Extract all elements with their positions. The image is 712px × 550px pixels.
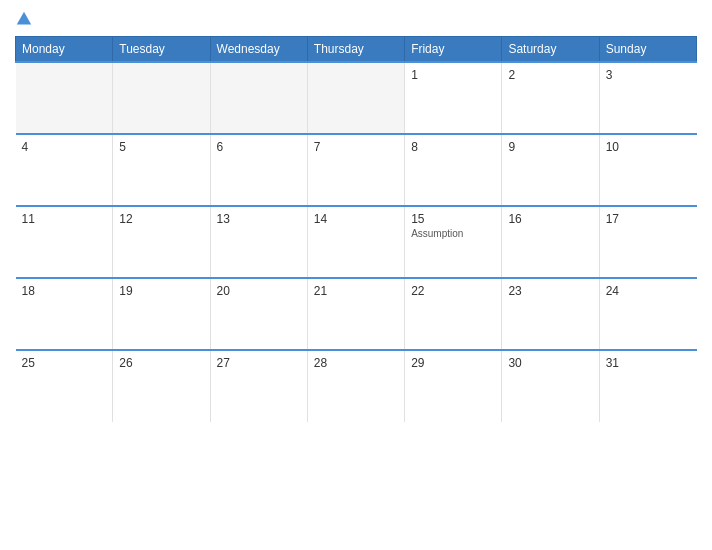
day-number: 13 (217, 212, 301, 226)
calendar-cell: 23 (502, 278, 599, 350)
calendar-cell: 17 (599, 206, 696, 278)
day-number: 23 (508, 284, 592, 298)
calendar-cell: 13 (210, 206, 307, 278)
day-number: 5 (119, 140, 203, 154)
logo (15, 10, 37, 28)
calendar-cell: 6 (210, 134, 307, 206)
calendar-cell: 5 (113, 134, 210, 206)
calendar-cell: 8 (405, 134, 502, 206)
calendar-cell: 1 (405, 62, 502, 134)
day-number: 30 (508, 356, 592, 370)
day-number: 7 (314, 140, 398, 154)
day-number: 28 (314, 356, 398, 370)
day-number: 18 (22, 284, 107, 298)
day-number: 9 (508, 140, 592, 154)
calendar-cell: 31 (599, 350, 696, 422)
calendar-cell: 22 (405, 278, 502, 350)
day-number: 29 (411, 356, 495, 370)
calendar-cell: 19 (113, 278, 210, 350)
day-number: 15 (411, 212, 495, 226)
weekday-header-monday: Monday (16, 37, 113, 63)
calendar-cell (307, 62, 404, 134)
calendar-cell: 18 (16, 278, 113, 350)
day-number: 25 (22, 356, 107, 370)
day-number: 21 (314, 284, 398, 298)
calendar-week-row: 18192021222324 (16, 278, 697, 350)
day-number: 26 (119, 356, 203, 370)
weekday-header-row: MondayTuesdayWednesdayThursdayFridaySatu… (16, 37, 697, 63)
calendar-week-row: 45678910 (16, 134, 697, 206)
weekday-header-sunday: Sunday (599, 37, 696, 63)
weekday-header-friday: Friday (405, 37, 502, 63)
weekday-header-thursday: Thursday (307, 37, 404, 63)
day-number: 14 (314, 212, 398, 226)
calendar-cell: 16 (502, 206, 599, 278)
calendar-cell: 7 (307, 134, 404, 206)
logo-icon (15, 10, 33, 28)
calendar-cell: 26 (113, 350, 210, 422)
day-number: 19 (119, 284, 203, 298)
weekday-header-saturday: Saturday (502, 37, 599, 63)
day-number: 11 (22, 212, 107, 226)
day-number: 17 (606, 212, 691, 226)
calendar-table: MondayTuesdayWednesdayThursdayFridaySatu… (15, 36, 697, 422)
header (15, 10, 697, 28)
svg-marker-1 (17, 12, 31, 25)
calendar-cell: 14 (307, 206, 404, 278)
calendar-cell: 27 (210, 350, 307, 422)
calendar-week-row: 123 (16, 62, 697, 134)
calendar-cell: 28 (307, 350, 404, 422)
calendar-cell: 20 (210, 278, 307, 350)
day-number: 3 (606, 68, 691, 82)
day-number: 8 (411, 140, 495, 154)
calendar-cell: 30 (502, 350, 599, 422)
calendar-page: MondayTuesdayWednesdayThursdayFridaySatu… (0, 0, 712, 550)
day-number: 2 (508, 68, 592, 82)
day-number: 1 (411, 68, 495, 82)
calendar-cell: 21 (307, 278, 404, 350)
calendar-cell (16, 62, 113, 134)
day-number: 10 (606, 140, 691, 154)
calendar-cell: 9 (502, 134, 599, 206)
day-number: 6 (217, 140, 301, 154)
weekday-header-wednesday: Wednesday (210, 37, 307, 63)
calendar-cell: 29 (405, 350, 502, 422)
day-number: 16 (508, 212, 592, 226)
day-number: 12 (119, 212, 203, 226)
calendar-cell: 24 (599, 278, 696, 350)
calendar-cell: 4 (16, 134, 113, 206)
calendar-cell: 2 (502, 62, 599, 134)
calendar-cell (210, 62, 307, 134)
day-number: 4 (22, 140, 107, 154)
day-number: 20 (217, 284, 301, 298)
calendar-cell: 11 (16, 206, 113, 278)
day-number: 31 (606, 356, 691, 370)
day-event: Assumption (411, 228, 495, 239)
day-number: 27 (217, 356, 301, 370)
calendar-cell (113, 62, 210, 134)
calendar-week-row: 25262728293031 (16, 350, 697, 422)
calendar-cell: 25 (16, 350, 113, 422)
calendar-cell: 15Assumption (405, 206, 502, 278)
calendar-cell: 12 (113, 206, 210, 278)
calendar-cell: 3 (599, 62, 696, 134)
weekday-header-tuesday: Tuesday (113, 37, 210, 63)
calendar-cell: 10 (599, 134, 696, 206)
day-number: 24 (606, 284, 691, 298)
day-number: 22 (411, 284, 495, 298)
calendar-week-row: 1112131415Assumption1617 (16, 206, 697, 278)
